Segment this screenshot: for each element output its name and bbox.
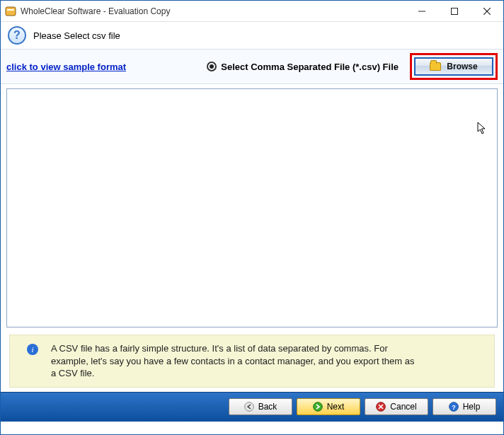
back-arrow-icon: [244, 402, 254, 412]
help-label: Help: [463, 402, 481, 412]
browse-button[interactable]: Browse: [414, 57, 493, 76]
help-button[interactable]: ? Help: [433, 398, 496, 415]
close-button[interactable]: [471, 1, 503, 22]
file-type-radio[interactable]: Select Comma Separated File (*.csv) File: [207, 62, 399, 72]
svg-point-6: [244, 402, 253, 412]
subtitle-row: ? Please Select csv file: [1, 22, 503, 49]
cancel-button[interactable]: Cancel: [365, 398, 428, 415]
maximize-button[interactable]: [438, 1, 471, 22]
page-subtitle: Please Select csv file: [33, 30, 120, 41]
help-icon: ?: [8, 26, 26, 45]
back-button[interactable]: Back: [229, 398, 292, 415]
svg-text:?: ?: [452, 404, 456, 411]
info-text: A CSV file has a fairly simple structure…: [51, 342, 419, 380]
browse-label: Browse: [447, 62, 477, 71]
svg-rect-1: [7, 9, 14, 11]
browse-highlight: Browse: [410, 53, 498, 80]
footer-bar: Back Next Cancel ? Help: [1, 392, 503, 422]
folder-icon: [430, 62, 441, 71]
app-icon: [5, 6, 16, 17]
next-label: Next: [327, 402, 345, 412]
sample-format-link[interactable]: click to view sample format: [6, 62, 126, 72]
radio-icon: [207, 62, 217, 71]
titlebar: WholeClear Software - Evaluation Copy: [1, 1, 503, 22]
svg-rect-3: [452, 8, 458, 14]
next-arrow-icon: [313, 402, 323, 412]
svg-rect-0: [6, 7, 16, 16]
window-title: WholeClear Software - Evaluation Copy: [21, 6, 406, 16]
info-panel: i A CSV file has a fairly simple structu…: [9, 335, 495, 388]
next-button[interactable]: Next: [297, 398, 360, 415]
svg-point-7: [313, 402, 322, 412]
info-icon: i: [27, 344, 38, 355]
radio-label: Select Comma Separated File (*.csv) File: [221, 62, 399, 72]
cancel-label: Cancel: [390, 402, 416, 412]
help-footer-icon: ?: [449, 402, 459, 412]
mouse-cursor-icon: [477, 122, 487, 137]
back-label: Back: [258, 402, 277, 412]
cancel-icon: [376, 402, 386, 412]
minimize-button[interactable]: [406, 1, 438, 22]
controls-row: click to view sample format Select Comma…: [1, 49, 503, 84]
file-preview-area: [6, 88, 498, 327]
